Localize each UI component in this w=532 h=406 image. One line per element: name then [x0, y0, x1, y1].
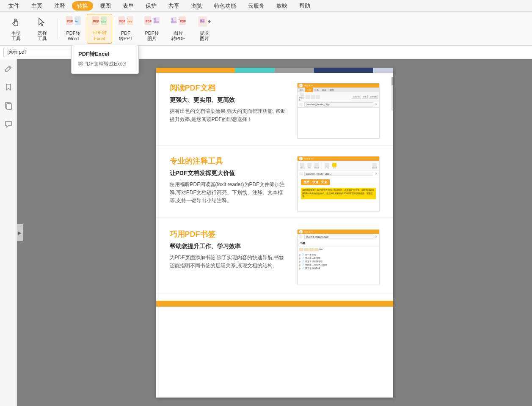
dropdown-title: PDF转Excel	[72, 49, 138, 60]
extract-image-button[interactable]: 提取图片	[192, 14, 217, 44]
bookmark-section: 巧用PDF书签 帮助您提升工作、学习效率 为PDF页面添加书签,除了实现内容的快…	[156, 219, 393, 292]
pages-sidebar-icon[interactable]	[3, 100, 14, 112]
mini-ann-convert-icon	[314, 163, 319, 167]
svg-point-24	[171, 18, 173, 20]
bookmark-title: 巧用PDF书签	[170, 229, 289, 239]
pdf-to-word-button[interactable]: PDF → W PDF转Word	[61, 14, 86, 44]
pdf-top-stripe	[156, 68, 393, 73]
mini-annotate-toolbar: 手型工具 编辑 文件转换	[298, 161, 379, 171]
stripe-light	[373, 68, 393, 73]
mini-bk-expand-3: ▷	[299, 260, 301, 263]
pdf-image-icon: PDF →	[144, 16, 160, 30]
collapse-button[interactable]: ▶	[17, 224, 23, 241]
svg-text:PDF: PDF	[180, 20, 186, 23]
mini-bk-list: ▷ 📄 第一章 简介 ▷ 📄 第二章 入职管理	[298, 252, 379, 271]
mini-bk-label-2: 第二章 入职管理	[305, 257, 320, 259]
mini-link-label: 连续页面	[352, 95, 361, 99]
read-section: 阅读PDF文档 更强大、更实用、更高效 拥有出色的文档渲染效果,强大的页面管理功…	[156, 73, 393, 146]
read-text: 阅读PDF文档 更强大、更实用、更高效 拥有出色的文档渲染效果,强大的页面管理功…	[170, 83, 289, 139]
menu-home[interactable]: 主页	[26, 1, 47, 11]
mini-ann-hand-icon	[300, 163, 304, 167]
pdf-excel-label: PDF转Excel	[93, 30, 107, 41]
pdf-to-ppt-button[interactable]: PDF → PPT PDF转PPT	[113, 14, 138, 44]
select-tool-label: 选择工具	[38, 30, 47, 41]
image-to-pdf-button[interactable]: → PDF 图片转PDF	[165, 14, 191, 44]
menu-annotate[interactable]: 注释	[49, 1, 70, 11]
menu-view[interactable]: 视图	[95, 1, 116, 11]
menu-form[interactable]: 表单	[118, 1, 139, 11]
mini-typewriter-label: 打字机	[325, 167, 329, 169]
hand-tool-button[interactable]: 手型工具	[3, 14, 29, 44]
mini-bk-doc-5: 📄	[302, 267, 304, 269]
mini-file-convert: 文件转换	[371, 163, 378, 169]
menu-convert[interactable]: 转换	[72, 1, 93, 11]
bookmark-sidebar-icon[interactable]	[3, 81, 14, 93]
mini-bk-icon-4	[314, 248, 319, 251]
hand-icon	[8, 16, 24, 30]
select-tool-button[interactable]: 选择工具	[30, 14, 55, 44]
select-icon	[35, 16, 50, 30]
mini-annotate-filename-bar: Datasheet_Reader_CN.p... ✕	[298, 171, 379, 177]
mini-file-label: 文件转换	[372, 167, 377, 169]
mini-view-label: 查看	[362, 95, 368, 99]
mini-bk-doc-4: 📄	[302, 263, 304, 266]
mini-bookmark-screen: G ⊟ ⊡ ⊞ ✕ 员工手册_20120917.pdf ✕ 书签	[298, 230, 379, 285]
svg-point-22	[154, 18, 156, 20]
svg-text:PDF: PDF	[93, 20, 99, 23]
dropdown-description: 将PDF文档转成Excel	[72, 60, 138, 70]
mini-ann-hand-label: 手型工具	[300, 167, 305, 169]
mini-bk-topbar: G ⊟ ⊡ ⊞ ✕	[298, 230, 379, 234]
mini-ann-edit-icon	[307, 163, 311, 167]
mini-rotate-label: 旋转视图	[369, 95, 378, 99]
pdf-excel-icon: PDF → XLS	[92, 16, 107, 29]
menu-file[interactable]: 文件	[3, 1, 25, 11]
menu-protect[interactable]: 保护	[141, 1, 162, 11]
bookmark-screenshot: G ⊟ ⊡ ⊞ ✕ 员工手册_20120917.pdf ✕ 书签	[297, 229, 380, 285]
mini-annotate-topbar: G ⊟ ⊡ ⊞ ✕	[298, 156, 379, 161]
mini-bk-expand-4: ▷	[299, 263, 301, 266]
menu-share[interactable]: 共享	[163, 1, 185, 11]
read-subtitle: 更强大、更实用、更高效	[170, 96, 289, 104]
mini-bk-expand-1: ▷	[299, 253, 301, 256]
svg-text:PDF: PDF	[67, 20, 73, 23]
menu-slideshow[interactable]: 放映	[271, 1, 292, 11]
read-title: 阅读PDF文档	[170, 83, 289, 93]
mini-hand-icon	[300, 93, 304, 97]
pdf-to-excel-button[interactable]: PDF → XLS PDF转Excel	[87, 14, 112, 44]
edit-sidebar-icon[interactable]	[3, 63, 14, 74]
svg-text:PDF: PDF	[119, 20, 126, 23]
mini-filename-text: Datasheet_Reader_CN.p...	[304, 102, 373, 107]
stripe-gray	[275, 68, 314, 73]
mini-bk-window-controls: ⊟ ⊡ ⊞ ✕	[304, 230, 313, 233]
dropdown-tooltip: PDF转Excel 将PDF文档转成Excel	[71, 45, 139, 74]
pdf-page: 阅读PDF文档 更强大、更实用、更高效 拥有出色的文档渲染效果,强大的页面管理功…	[156, 68, 393, 398]
mini-screenshot-tool	[311, 95, 315, 99]
pdf-image-label: PDF转图片	[145, 30, 159, 41]
mini-highlight-label: 高亮	[333, 167, 336, 169]
annotate-screenshot: G ⊟ ⊡ ⊞ ✕ 手型工具	[297, 156, 380, 212]
mini-ann-edit: 编辑	[306, 163, 312, 169]
mini-bk-icon-3	[309, 248, 314, 251]
mini-bk-doc-3: 📄	[302, 260, 304, 263]
mini-bk-doc-1: 📄	[302, 253, 304, 256]
mini-close-tab: ✕	[375, 103, 378, 106]
pdf-to-image-button[interactable]: PDF → PDF转图片	[139, 14, 165, 44]
mini-menu-annotate: 注释	[313, 89, 320, 91]
mini-ann-convert-label: 文件转换	[314, 167, 319, 169]
mini-bk-item-5: ▷ 📄 第五章 休假制度	[299, 266, 378, 270]
mini-toolbar: 手型工具 连续页面 查看 旋转视图	[298, 92, 379, 102]
menu-cloud[interactable]: 云服务	[243, 1, 270, 11]
mini-bk-item-1: ▷ 📄 第一章 简介	[299, 253, 378, 256]
menu-browse[interactable]: 浏览	[186, 1, 207, 11]
mini-annotate-icons: ⊟ ⊡ ⊞ ✕	[304, 157, 313, 160]
annotate-text: 专业的注释工具 让PDF文档发挥更大价值 使用福昕PDF阅读器(foxit re…	[170, 156, 289, 212]
mini-bk-app-icon: G	[299, 230, 303, 233]
bookmark-text: 巧用PDF书签 帮助您提升工作、学习效率 为PDF页面添加书签,除了实现内容的快…	[170, 229, 289, 285]
svg-rect-33	[7, 104, 11, 110]
pdf-viewer[interactable]: 阅读PDF文档 更强大、更实用、更高效 拥有出色的文档渲染效果,强大的页面管理功…	[17, 59, 532, 406]
menu-help[interactable]: 帮助	[294, 1, 315, 11]
mini-menu-convert: 转换	[320, 89, 328, 91]
menu-features[interactable]: 特色功能	[209, 1, 241, 11]
comment-sidebar-icon[interactable]	[3, 118, 14, 130]
svg-text:XLS: XLS	[101, 20, 106, 23]
